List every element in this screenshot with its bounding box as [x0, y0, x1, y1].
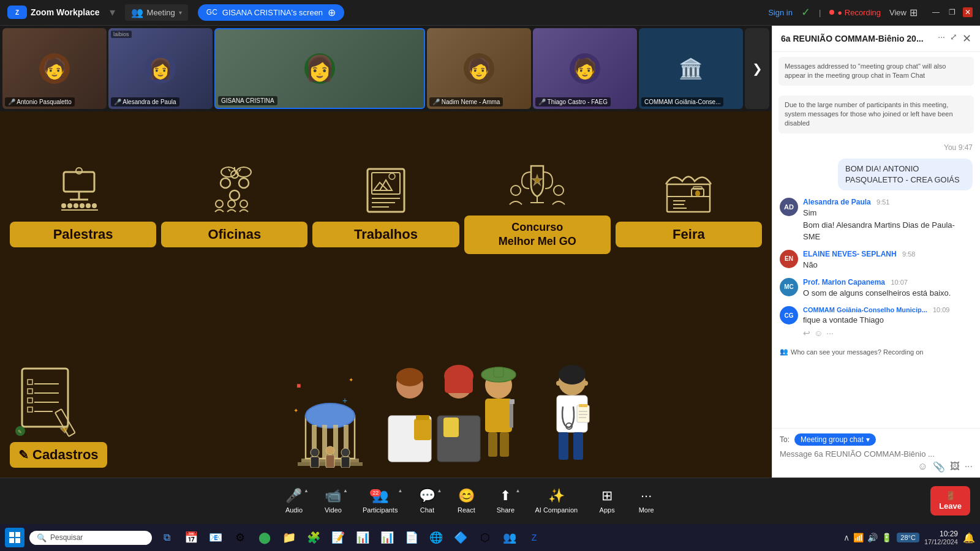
taskbar-app-app1[interactable]: 🧩: [304, 528, 323, 547]
toolbar-center: ▲ 🎤 Audio ▲ 📹 Video ▲ 👥 22 Participants: [10, 484, 930, 517]
app-window: Z Zoom Workplace ▾ 👥 Meeting ▾ GC GISANA…: [0, 0, 980, 524]
svg-point-104: [556, 381, 561, 386]
chevron-up-icon[interactable]: ∧: [843, 533, 850, 542]
svg-rect-83: [445, 375, 473, 393]
view-icon: ⊞: [910, 7, 918, 18]
taskbar-app-teams[interactable]: 👥: [500, 528, 519, 547]
sign-in-button[interactable]: Sign in: [768, 8, 793, 17]
taskbar-app-taskview[interactable]: ⧉: [157, 528, 176, 547]
msg-body: ELAINE NEVES- SEPLANH 9:58 Não: [803, 250, 973, 271]
taskbar-app-files[interactable]: 📁: [279, 528, 299, 547]
participants-button[interactable]: ▲ 👥 22 Participants: [354, 484, 406, 517]
chat-input[interactable]: [780, 449, 973, 459]
react-label: React: [458, 506, 475, 514]
audio-chevron: ▲: [304, 488, 309, 493]
participants-badge: 22: [370, 489, 381, 497]
meeting-button[interactable]: 👥 Meeting ▾: [125, 4, 188, 21]
video-button[interactable]: ▲ 📹 Video: [315, 484, 352, 517]
chat-icon: 💬: [419, 488, 435, 504]
chat-message-self: You 9:47 BOM DIA! ANTONIO PASQUALETTO - …: [780, 143, 973, 190]
more-button[interactable]: ··· More: [628, 484, 665, 517]
ai-companion-button[interactable]: ✨ AI Companion: [526, 484, 586, 517]
chat-button[interactable]: ▲ 💬 Chat: [409, 484, 445, 517]
participant-name: 🎤 Antonio Pasqualetto: [5, 97, 75, 107]
taskbar-app-ppt[interactable]: 📊: [377, 528, 397, 547]
taskbar-app-zoom[interactable]: Z: [524, 528, 544, 547]
taskbar-app-browser2[interactable]: 🌐: [426, 528, 446, 547]
recording-badge: ● Recording: [829, 8, 881, 17]
view-button[interactable]: View ⊞: [889, 7, 918, 18]
chat-close-button[interactable]: ✕: [962, 32, 971, 45]
apps-button[interactable]: ⊞ Apps: [589, 484, 625, 517]
taskbar-app-settings[interactable]: ⚙: [230, 528, 250, 547]
recording-notice: 👥 Who can see your messages? Recording o…: [780, 345, 973, 358]
avatar-marlon: MC: [780, 278, 798, 296]
trabalhos-icon: [358, 163, 413, 218]
emoji-icon[interactable]: ☺: [918, 461, 927, 473]
avatar: 🏛️: [676, 53, 706, 84]
svg-point-6: [74, 203, 78, 208]
oficinas-card: Oficinas: [161, 121, 307, 290]
next-participants-button[interactable]: ❯: [745, 28, 769, 109]
window-controls: — ❐ ✕: [931, 7, 973, 17]
screen-options-icon[interactable]: ⊕: [328, 7, 336, 18]
avatar: 🧑: [570, 53, 600, 84]
ai-companion-label: AI Companion: [535, 506, 578, 514]
leave-button[interactable]: 🚪 Leave: [930, 486, 970, 515]
feira-label: Feira: [616, 222, 762, 247]
avatar-elaine: EN: [780, 250, 798, 268]
svg-point-34: [511, 186, 521, 195]
react-icon[interactable]: ☺: [814, 328, 823, 338]
recipient-button[interactable]: Meeting group chat ▾: [794, 433, 876, 446]
video-label: Video: [325, 506, 342, 514]
chat-more-icon[interactable]: ···: [938, 32, 945, 45]
share-button[interactable]: ▲ ⬆ Share: [487, 484, 524, 517]
taskbar-app-calendar[interactable]: 📅: [181, 528, 201, 547]
svg-point-73: [341, 448, 350, 457]
more-footer-icon[interactable]: ···: [965, 461, 973, 473]
chat-panel: 6a REUNIÃO COMMAM-Biênio 20... ··· ⤢ ✕ M…: [772, 26, 980, 478]
restore-button[interactable]: ❐: [947, 7, 957, 17]
svg-rect-88: [500, 432, 509, 457]
svg-point-62: [306, 403, 355, 428]
taskbar-app-mail[interactable]: 📧: [206, 528, 225, 547]
chat-popout-icon[interactable]: ⤢: [950, 32, 957, 45]
leave-icon: 🚪: [946, 491, 956, 500]
taskbar-app-excel[interactable]: 📊: [353, 528, 372, 547]
taskbar-search[interactable]: 🔍 Pesquisar: [29, 531, 152, 545]
svg-text:✦: ✦: [349, 377, 353, 383]
notification-icon[interactable]: 🔔: [963, 532, 975, 544]
reply-icon[interactable]: ↩: [803, 328, 810, 338]
sender-name: Alesandra de Paula 9:51: [803, 198, 973, 206]
react-button[interactable]: 😊 React: [448, 484, 484, 517]
video-section: 🧑 🎤 Antonio Pasqualetto 👩 laibios 🎤 Ales…: [0, 26, 772, 478]
svg-text:■: ■: [296, 381, 301, 390]
taskbar-app-misc2[interactable]: ⬡: [475, 528, 495, 547]
audio-button[interactable]: ▲ 🎤 Audio: [276, 484, 312, 517]
taskbar-app-word[interactable]: 📝: [328, 528, 348, 547]
chat-header-icons: ··· ⤢ ✕: [938, 32, 971, 45]
close-button[interactable]: ✕: [963, 7, 973, 17]
volume-icon[interactable]: 🔊: [867, 533, 878, 542]
start-button[interactable]: [5, 528, 24, 547]
separator: |: [819, 8, 821, 17]
chat-label: Chat: [420, 506, 434, 514]
oficinas-icon: [207, 163, 262, 218]
minimize-button[interactable]: —: [931, 7, 941, 17]
attachment-icon[interactable]: 📎: [933, 461, 945, 473]
network-icon: 📶: [853, 533, 864, 542]
slide-top-row: Palestras: [0, 111, 772, 294]
self-label: You 9:47: [944, 143, 973, 152]
more-actions-icon[interactable]: ···: [826, 328, 834, 338]
msg-body: Prof. Marlon Capanema 10:07 O som de alg…: [803, 278, 973, 299]
clock: 10:29 17/12/2024: [924, 530, 958, 545]
avatar: 🧑: [464, 53, 494, 84]
taskbar-app-acrobat[interactable]: 📄: [402, 528, 421, 547]
logo-dropdown-icon[interactable]: ▾: [110, 6, 115, 19]
search-placeholder: Pesquisar: [50, 533, 83, 542]
taskbar-app-misc1[interactable]: 🔷: [451, 528, 470, 547]
screenshot-icon[interactable]: 🖼: [950, 461, 960, 473]
taskbar-app-chrome[interactable]: ⬤: [255, 528, 274, 547]
participant-thumb: 🧑 🎤 Antonio Pasqualetto: [2, 28, 107, 109]
svg-rect-65: [333, 425, 338, 459]
